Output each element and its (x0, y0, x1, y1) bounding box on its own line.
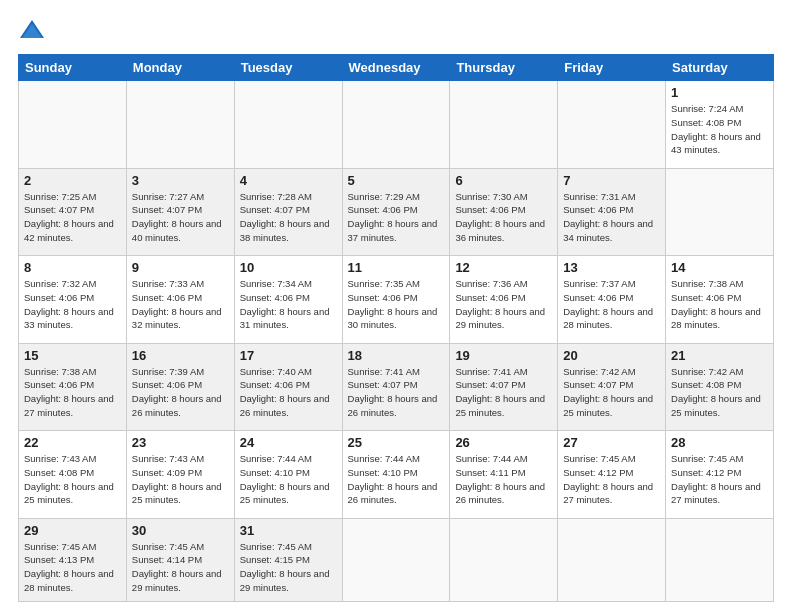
day-info: Sunrise: 7:43 AMSunset: 4:08 PMDaylight:… (24, 452, 121, 507)
calendar-week-row: 2Sunrise: 7:25 AMSunset: 4:07 PMDaylight… (19, 168, 774, 256)
day-number: 17 (240, 348, 337, 363)
day-number: 5 (348, 173, 445, 188)
day-info: Sunrise: 7:34 AMSunset: 4:06 PMDaylight:… (240, 277, 337, 332)
day-of-week-header: Saturday (666, 55, 774, 81)
day-of-week-header: Friday (558, 55, 666, 81)
day-of-week-header: Sunday (19, 55, 127, 81)
day-number: 30 (132, 523, 229, 538)
day-number: 3 (132, 173, 229, 188)
calendar-week-row: 29Sunrise: 7:45 AMSunset: 4:13 PMDayligh… (19, 518, 774, 602)
day-info: Sunrise: 7:24 AMSunset: 4:08 PMDaylight:… (671, 102, 768, 157)
day-info: Sunrise: 7:36 AMSunset: 4:06 PMDaylight:… (455, 277, 552, 332)
calendar-day-cell: 15Sunrise: 7:38 AMSunset: 4:06 PMDayligh… (19, 343, 127, 431)
calendar-day-cell: 13Sunrise: 7:37 AMSunset: 4:06 PMDayligh… (558, 256, 666, 344)
calendar-day-cell: 4Sunrise: 7:28 AMSunset: 4:07 PMDaylight… (234, 168, 342, 256)
day-of-week-header: Tuesday (234, 55, 342, 81)
calendar-day-cell: 3Sunrise: 7:27 AMSunset: 4:07 PMDaylight… (126, 168, 234, 256)
day-info: Sunrise: 7:31 AMSunset: 4:06 PMDaylight:… (563, 190, 660, 245)
day-info: Sunrise: 7:37 AMSunset: 4:06 PMDaylight:… (563, 277, 660, 332)
day-info: Sunrise: 7:32 AMSunset: 4:06 PMDaylight:… (24, 277, 121, 332)
day-number: 19 (455, 348, 552, 363)
calendar: SundayMondayTuesdayWednesdayThursdayFrid… (18, 54, 774, 602)
calendar-day-cell (234, 81, 342, 169)
calendar-day-cell (558, 81, 666, 169)
calendar-week-row: 1Sunrise: 7:24 AMSunset: 4:08 PMDaylight… (19, 81, 774, 169)
calendar-day-cell: 29Sunrise: 7:45 AMSunset: 4:13 PMDayligh… (19, 518, 127, 602)
day-number: 4 (240, 173, 337, 188)
calendar-day-cell: 30Sunrise: 7:45 AMSunset: 4:14 PMDayligh… (126, 518, 234, 602)
day-number: 15 (24, 348, 121, 363)
calendar-day-cell (126, 81, 234, 169)
calendar-day-cell: 7Sunrise: 7:31 AMSunset: 4:06 PMDaylight… (558, 168, 666, 256)
calendar-day-cell: 31Sunrise: 7:45 AMSunset: 4:15 PMDayligh… (234, 518, 342, 602)
day-info: Sunrise: 7:45 AMSunset: 4:12 PMDaylight:… (671, 452, 768, 507)
calendar-week-row: 8Sunrise: 7:32 AMSunset: 4:06 PMDaylight… (19, 256, 774, 344)
calendar-day-cell (450, 518, 558, 602)
day-info: Sunrise: 7:33 AMSunset: 4:06 PMDaylight:… (132, 277, 229, 332)
day-info: Sunrise: 7:45 AMSunset: 4:12 PMDaylight:… (563, 452, 660, 507)
day-number: 6 (455, 173, 552, 188)
logo (18, 16, 50, 44)
day-number: 2 (24, 173, 121, 188)
calendar-week-row: 15Sunrise: 7:38 AMSunset: 4:06 PMDayligh… (19, 343, 774, 431)
day-info: Sunrise: 7:45 AMSunset: 4:13 PMDaylight:… (24, 540, 121, 595)
day-info: Sunrise: 7:25 AMSunset: 4:07 PMDaylight:… (24, 190, 121, 245)
calendar-day-cell: 5Sunrise: 7:29 AMSunset: 4:06 PMDaylight… (342, 168, 450, 256)
calendar-day-cell: 21Sunrise: 7:42 AMSunset: 4:08 PMDayligh… (666, 343, 774, 431)
day-info: Sunrise: 7:44 AMSunset: 4:10 PMDaylight:… (240, 452, 337, 507)
calendar-day-cell (19, 81, 127, 169)
day-number: 7 (563, 173, 660, 188)
calendar-day-cell: 28Sunrise: 7:45 AMSunset: 4:12 PMDayligh… (666, 431, 774, 519)
day-number: 29 (24, 523, 121, 538)
day-info: Sunrise: 7:27 AMSunset: 4:07 PMDaylight:… (132, 190, 229, 245)
day-number: 26 (455, 435, 552, 450)
calendar-day-cell: 9Sunrise: 7:33 AMSunset: 4:06 PMDaylight… (126, 256, 234, 344)
days-of-week-row: SundayMondayTuesdayWednesdayThursdayFrid… (19, 55, 774, 81)
day-info: Sunrise: 7:40 AMSunset: 4:06 PMDaylight:… (240, 365, 337, 420)
calendar-day-cell: 24Sunrise: 7:44 AMSunset: 4:10 PMDayligh… (234, 431, 342, 519)
day-info: Sunrise: 7:41 AMSunset: 4:07 PMDaylight:… (348, 365, 445, 420)
day-info: Sunrise: 7:29 AMSunset: 4:06 PMDaylight:… (348, 190, 445, 245)
day-number: 13 (563, 260, 660, 275)
day-number: 1 (671, 85, 768, 100)
day-number: 27 (563, 435, 660, 450)
calendar-day-cell: 17Sunrise: 7:40 AMSunset: 4:06 PMDayligh… (234, 343, 342, 431)
calendar-week-row: 22Sunrise: 7:43 AMSunset: 4:08 PMDayligh… (19, 431, 774, 519)
day-info: Sunrise: 7:38 AMSunset: 4:06 PMDaylight:… (671, 277, 768, 332)
day-number: 20 (563, 348, 660, 363)
day-number: 16 (132, 348, 229, 363)
page: SundayMondayTuesdayWednesdayThursdayFrid… (0, 0, 792, 612)
calendar-day-cell: 8Sunrise: 7:32 AMSunset: 4:06 PMDaylight… (19, 256, 127, 344)
calendar-day-cell: 27Sunrise: 7:45 AMSunset: 4:12 PMDayligh… (558, 431, 666, 519)
calendar-day-cell: 6Sunrise: 7:30 AMSunset: 4:06 PMDaylight… (450, 168, 558, 256)
day-number: 28 (671, 435, 768, 450)
day-number: 21 (671, 348, 768, 363)
day-number: 25 (348, 435, 445, 450)
day-info: Sunrise: 7:35 AMSunset: 4:06 PMDaylight:… (348, 277, 445, 332)
calendar-day-cell (342, 518, 450, 602)
calendar-day-cell: 1Sunrise: 7:24 AMSunset: 4:08 PMDaylight… (666, 81, 774, 169)
day-info: Sunrise: 7:45 AMSunset: 4:15 PMDaylight:… (240, 540, 337, 595)
logo-icon (18, 16, 46, 44)
calendar-day-cell: 12Sunrise: 7:36 AMSunset: 4:06 PMDayligh… (450, 256, 558, 344)
day-info: Sunrise: 7:42 AMSunset: 4:07 PMDaylight:… (563, 365, 660, 420)
calendar-day-cell (450, 81, 558, 169)
day-info: Sunrise: 7:41 AMSunset: 4:07 PMDaylight:… (455, 365, 552, 420)
day-info: Sunrise: 7:28 AMSunset: 4:07 PMDaylight:… (240, 190, 337, 245)
calendar-day-cell: 23Sunrise: 7:43 AMSunset: 4:09 PMDayligh… (126, 431, 234, 519)
day-info: Sunrise: 7:43 AMSunset: 4:09 PMDaylight:… (132, 452, 229, 507)
day-info: Sunrise: 7:45 AMSunset: 4:14 PMDaylight:… (132, 540, 229, 595)
calendar-day-cell (666, 518, 774, 602)
calendar-day-cell: 2Sunrise: 7:25 AMSunset: 4:07 PMDaylight… (19, 168, 127, 256)
calendar-day-cell: 14Sunrise: 7:38 AMSunset: 4:06 PMDayligh… (666, 256, 774, 344)
calendar-day-cell (342, 81, 450, 169)
day-info: Sunrise: 7:38 AMSunset: 4:06 PMDaylight:… (24, 365, 121, 420)
calendar-day-cell: 25Sunrise: 7:44 AMSunset: 4:10 PMDayligh… (342, 431, 450, 519)
day-number: 23 (132, 435, 229, 450)
calendar-day-cell: 20Sunrise: 7:42 AMSunset: 4:07 PMDayligh… (558, 343, 666, 431)
day-info: Sunrise: 7:30 AMSunset: 4:06 PMDaylight:… (455, 190, 552, 245)
calendar-day-cell: 26Sunrise: 7:44 AMSunset: 4:11 PMDayligh… (450, 431, 558, 519)
day-info: Sunrise: 7:44 AMSunset: 4:10 PMDaylight:… (348, 452, 445, 507)
day-number: 31 (240, 523, 337, 538)
day-number: 10 (240, 260, 337, 275)
